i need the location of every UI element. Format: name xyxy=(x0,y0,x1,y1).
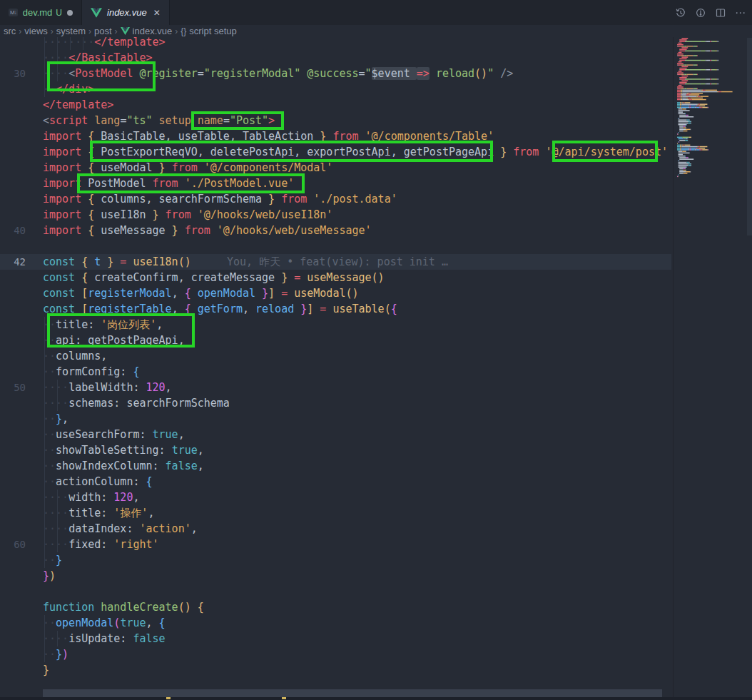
code-line-57[interactable]: ····width: 120, xyxy=(0,490,671,505)
code-token: setup name xyxy=(153,114,223,127)
code-line-29[interactable]: ····</BasicTable> xyxy=(0,50,671,66)
code-token: ·· xyxy=(43,83,56,96)
code-line-67[interactable]: ··}) xyxy=(0,646,671,662)
code-token: = xyxy=(113,255,126,268)
breadcrumb-item-system[interactable]: system xyxy=(56,26,86,36)
split-editor-icon[interactable] xyxy=(714,6,726,19)
timeline-history-icon[interactable] xyxy=(674,6,686,19)
code-line-35[interactable]: import { PostExportReqVO, deletePostApi,… xyxy=(0,144,671,160)
code-line-61[interactable]: ··} xyxy=(0,552,671,568)
horizontal-scrollbar[interactable] xyxy=(43,689,662,697)
breadcrumb-label: index.vue xyxy=(133,26,173,36)
code-token: createConfirm, createMessage xyxy=(94,271,275,284)
code-token: [ xyxy=(75,287,88,300)
breadcrumb-item-post[interactable]: post xyxy=(94,26,112,36)
code-token: from xyxy=(172,161,198,174)
code-line-66[interactable]: ····isUpdate: false xyxy=(0,631,671,646)
close-icon[interactable]: ✕ xyxy=(153,8,161,18)
code-token: " xyxy=(365,67,372,80)
code-token: '岗位列表' xyxy=(101,318,156,331)
code-token: '@/components/Table' xyxy=(359,130,494,143)
code-token: = xyxy=(313,303,326,315)
breadcrumb-item-script-setup[interactable]: {}script setup xyxy=(181,26,237,36)
unsaved-dot-icon[interactable] xyxy=(67,10,73,16)
code-line-63[interactable] xyxy=(0,584,671,599)
code-token: , xyxy=(198,460,204,472)
code-line-50[interactable]: 50····labelWidth: 120, xyxy=(0,380,671,395)
tab-dev-md[interactable]: M↓ dev.md U xyxy=(0,0,82,25)
code-token: 'right' xyxy=(113,538,158,551)
code-line-42[interactable]: 42const { t } = useI18n()You, 昨天 • feat(… xyxy=(0,254,671,270)
code-line-48[interactable]: ··columns, xyxy=(0,348,671,364)
code-line-43[interactable]: const { createConfirm, createMessage } =… xyxy=(0,270,671,285)
code-token: } xyxy=(166,224,185,237)
code-token: } xyxy=(43,569,49,582)
code-token: { xyxy=(75,271,94,284)
breadcrumb-label: system xyxy=(56,26,86,36)
code-line-65[interactable]: ··openModal(true, { xyxy=(0,615,671,631)
code-token xyxy=(430,67,436,80)
tab-bar: M↓ dev.md U index.vue ✕ xyxy=(0,0,752,25)
code-line-60[interactable]: 60····fixed: 'right' xyxy=(0,537,671,552)
code-token: ·· xyxy=(43,460,56,472)
code-line-40[interactable]: 40import { useMessage } from '@/hooks/we… xyxy=(0,223,671,238)
code-token: } xyxy=(101,255,113,268)
code-line-44[interactable]: const [registerModal, { openModal }] = u… xyxy=(0,285,671,301)
code-token: , xyxy=(172,303,185,315)
code-line-62[interactable]: }) xyxy=(0,568,671,584)
code-line-59[interactable]: ····dataIndex: 'action', xyxy=(0,521,671,537)
code-line-30[interactable]: 30····<PostModel @register="registerModa… xyxy=(0,66,671,81)
code-line-64[interactable]: function handleCreate() { xyxy=(0,599,671,615)
code-line-46[interactable]: ··title: '岗位列表', xyxy=(0,317,671,333)
code-line-33[interactable]: <script lang="ts" setup name="Post"> xyxy=(0,113,671,128)
code-line-54[interactable]: ··showTableSetting: true, xyxy=(0,442,671,458)
code-token: title: xyxy=(68,507,113,519)
code-token: from xyxy=(146,177,178,190)
code-token: from xyxy=(166,208,191,221)
code-line-58[interactable]: ····title: '操作', xyxy=(0,505,671,521)
code-line-68[interactable]: } xyxy=(0,662,671,678)
more-actions-icon[interactable]: ⋯ xyxy=(734,6,746,19)
code-token: useMessage xyxy=(101,224,165,237)
breadcrumb-item-views[interactable]: views xyxy=(24,26,48,36)
code-token: import xyxy=(43,130,81,143)
code-line-51[interactable]: ····schemas: searchFormSchema xyxy=(0,395,671,411)
source-control-graph-icon[interactable] xyxy=(694,6,706,19)
code-token: ·· xyxy=(43,412,56,425)
code-token: useI18n xyxy=(101,208,146,221)
code-token: , xyxy=(191,522,198,535)
code-line-47[interactable]: ··api: getPostPageApi, xyxy=(0,333,671,348)
code-token: import xyxy=(43,161,81,174)
code-line-36[interactable]: import { useModal } from '@/components/M… xyxy=(0,160,671,176)
code-token: ···· xyxy=(43,538,68,551)
code-token: , xyxy=(146,617,159,629)
code-token: , xyxy=(172,287,185,300)
code-line-38[interactable]: import { columns, searchFormSchema } fro… xyxy=(0,191,671,207)
code-line-45[interactable]: const [registerTable, { getForm, reload … xyxy=(0,301,671,317)
breadcrumb-item-src[interactable]: src xyxy=(4,26,16,36)
code-token: ·· xyxy=(43,334,56,347)
code-line-31[interactable]: ··</div> xyxy=(0,81,671,97)
code-line-34[interactable]: import { BasicTable, useTable, TableActi… xyxy=(0,128,671,144)
code-area[interactable]: ········</template>····</BasicTable>30··… xyxy=(0,34,671,700)
vue-icon xyxy=(121,27,130,35)
minimap-slider[interactable] xyxy=(747,38,752,235)
code-line-49[interactable]: ··formConfig: { xyxy=(0,364,671,380)
code-line-41[interactable] xyxy=(0,238,671,254)
code-token: , xyxy=(243,303,255,315)
code-token: } xyxy=(153,161,172,174)
breadcrumb-item-index.vue[interactable]: index.vue xyxy=(121,26,173,36)
code-line-37[interactable]: import PostModel from './PostModel.vue' xyxy=(0,176,671,191)
code-line-52[interactable]: ··}, xyxy=(0,411,671,427)
code-line-53[interactable]: ··useSearchForm: true, xyxy=(0,427,671,442)
code-token: @success xyxy=(307,67,358,80)
code-line-56[interactable]: ··actionColumn: { xyxy=(0,474,671,490)
code-token: openModal xyxy=(198,287,255,300)
code-line-39[interactable]: import { useI18n } from '@/hooks/web/use… xyxy=(0,207,671,223)
code-token: ) xyxy=(62,648,68,661)
code-token: ·· xyxy=(43,428,56,441)
code-line-55[interactable]: ··showIndexColumn: false, xyxy=(0,458,671,474)
tab-index-vue[interactable]: index.vue ✕ xyxy=(82,0,170,25)
minimap[interactable] xyxy=(674,38,752,694)
code-line-32[interactable]: </template> xyxy=(0,97,671,113)
